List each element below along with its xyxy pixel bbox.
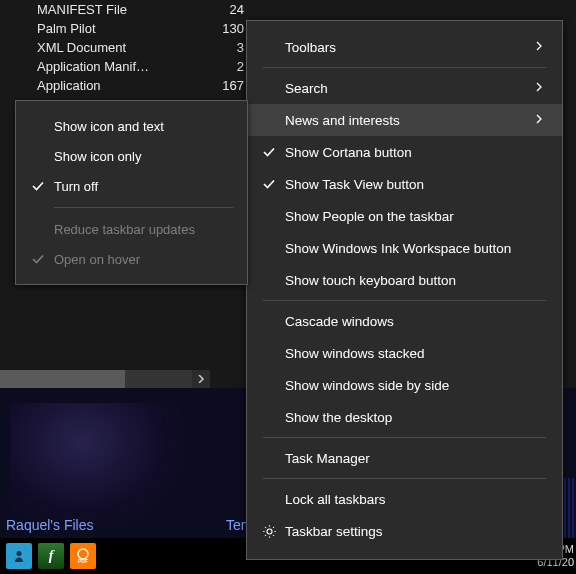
menu-item-label: Lock all taskbars — [285, 492, 386, 507]
file-type-row[interactable]: MANIFEST File 24 — [0, 0, 260, 19]
menu-item-taskbar-settings[interactable]: Taskbar settings — [247, 515, 562, 547]
menu-item-label: Taskbar settings — [285, 524, 383, 539]
menu-item-label: News and interests — [285, 113, 400, 128]
menu-item-indent — [261, 208, 277, 224]
menu-item-label: Show icon and text — [54, 119, 164, 134]
check-icon — [261, 176, 277, 192]
menu-item-label: Show windows stacked — [285, 346, 425, 361]
menu-item-task-manager[interactable]: Task Manager — [247, 442, 562, 474]
menu-item-side-by-side[interactable]: Show windows side by side — [247, 369, 562, 401]
menu-item-cascade[interactable]: Cascade windows — [247, 305, 562, 337]
gear-icon — [261, 523, 277, 539]
file-type-name: MANIFEST File — [37, 2, 127, 17]
file-type-list: MANIFEST File 24 Palm Pilot 130 XML Docu… — [0, 0, 260, 95]
menu-item-show-icon-only[interactable]: Show icon only — [16, 141, 247, 171]
folder-label-raquel[interactable]: Raquel's Files — [6, 517, 94, 533]
menu-item-indent — [261, 409, 277, 425]
menu-item-news-interests[interactable]: News and interests — [247, 104, 562, 136]
menu-item-label: Show Task View button — [285, 177, 424, 192]
menu-item-indent — [261, 240, 277, 256]
file-type-count: 167 — [214, 78, 244, 93]
menu-item-indent — [261, 450, 277, 466]
chevron-right-icon — [534, 114, 546, 126]
menu-item-indent — [261, 80, 277, 96]
menu-separator — [263, 67, 546, 68]
menu-item-label: Show Cortana button — [285, 145, 412, 160]
menu-separator — [263, 478, 546, 479]
file-type-name: Application — [37, 78, 101, 93]
menu-item-label: Turn off — [54, 179, 98, 194]
menu-item-search[interactable]: Search — [247, 72, 562, 104]
file-type-count: 2 — [214, 59, 244, 74]
menu-separator — [263, 300, 546, 301]
menu-item-open-on-hover: Open on hover — [16, 244, 247, 274]
menu-item-indent — [261, 345, 277, 361]
file-type-count: 130 — [214, 21, 244, 36]
folder-thumbnail — [10, 403, 190, 533]
check-icon — [30, 178, 46, 194]
menu-item-indent — [261, 313, 277, 329]
menu-item-indent — [261, 272, 277, 288]
menu-item-show-icon-text[interactable]: Show icon and text — [16, 111, 247, 141]
chevron-right-icon — [534, 41, 546, 53]
menu-item-lock-taskbars[interactable]: Lock all taskbars — [247, 483, 562, 515]
menu-item-label: Cascade windows — [285, 314, 394, 329]
menu-item-indent — [261, 112, 277, 128]
taskbar-app-icon[interactable]: PDF — [70, 543, 96, 569]
menu-item-label: Search — [285, 81, 328, 96]
menu-item-label: Task Manager — [285, 451, 370, 466]
taskbar-app-icon[interactable]: f — [38, 543, 64, 569]
menu-item-task-view[interactable]: Show Task View button — [247, 168, 562, 200]
scroll-right-button[interactable] — [192, 370, 210, 388]
menu-item-indent — [30, 118, 46, 134]
taskbar-context-menu: Toolbars Search News and interests Show … — [246, 20, 563, 560]
file-type-row[interactable]: Application 167 — [0, 76, 260, 95]
menu-item-label: Show Windows Ink Workspace button — [285, 241, 511, 256]
menu-item-ink-workspace[interactable]: Show Windows Ink Workspace button — [247, 232, 562, 264]
menu-separator — [263, 437, 546, 438]
menu-item-indent — [30, 148, 46, 164]
file-type-name: Application Manif… — [37, 59, 149, 74]
file-type-name: Palm Pilot — [37, 21, 96, 36]
scrollbar-thumb[interactable] — [0, 370, 125, 388]
file-type-name: XML Document — [37, 40, 126, 55]
taskbar-app-icon[interactable] — [6, 543, 32, 569]
news-interests-submenu: Show icon and text Show icon only Turn o… — [15, 100, 248, 285]
file-type-count: 24 — [214, 2, 244, 17]
menu-item-stacked[interactable]: Show windows stacked — [247, 337, 562, 369]
file-type-row[interactable]: Palm Pilot 130 — [0, 19, 260, 38]
menu-item-touch-keyboard[interactable]: Show touch keyboard button — [247, 264, 562, 296]
horizontal-scrollbar[interactable] — [0, 370, 210, 388]
menu-item-label: Reduce taskbar updates — [54, 222, 195, 237]
menu-item-label: Show touch keyboard button — [285, 273, 456, 288]
menu-item-indent — [261, 377, 277, 393]
file-type-count: 3 — [214, 40, 244, 55]
check-icon — [30, 251, 46, 267]
chevron-right-icon — [534, 82, 546, 94]
menu-item-cortana[interactable]: Show Cortana button — [247, 136, 562, 168]
menu-item-indent — [261, 491, 277, 507]
menu-item-show-desktop[interactable]: Show the desktop — [247, 401, 562, 433]
menu-separator — [54, 207, 233, 208]
file-type-row[interactable]: XML Document 3 — [0, 38, 260, 57]
menu-item-indent — [30, 221, 46, 237]
file-type-row[interactable]: Application Manif… 2 — [0, 57, 260, 76]
svg-text:PDF: PDF — [78, 558, 88, 564]
menu-item-label: Show windows side by side — [285, 378, 449, 393]
menu-item-reduce-updates: Reduce taskbar updates — [16, 214, 247, 244]
menu-item-turn-off[interactable]: Turn off — [16, 171, 247, 201]
menu-item-label: Show People on the taskbar — [285, 209, 454, 224]
check-icon — [261, 144, 277, 160]
menu-item-people[interactable]: Show People on the taskbar — [247, 200, 562, 232]
menu-item-label: Toolbars — [285, 40, 336, 55]
menu-item-label: Show icon only — [54, 149, 141, 164]
menu-item-indent — [261, 39, 277, 55]
menu-item-toolbars[interactable]: Toolbars — [247, 31, 562, 63]
menu-item-label: Show the desktop — [285, 410, 392, 425]
menu-item-label: Open on hover — [54, 252, 140, 267]
